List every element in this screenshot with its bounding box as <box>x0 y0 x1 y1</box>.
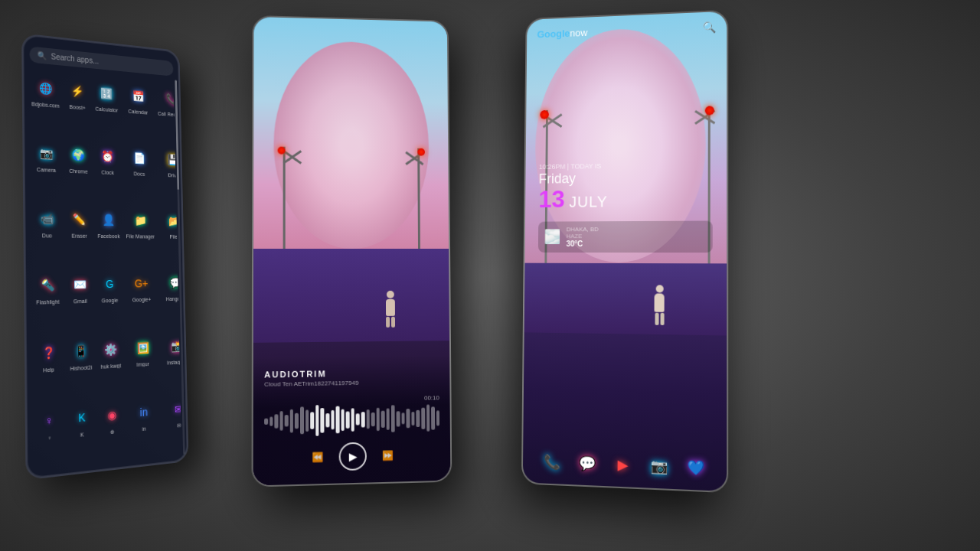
app-item-clock[interactable]: ⏰ Clock <box>94 141 121 202</box>
app-item-[interactable]: ♀ ♀ <box>33 403 66 471</box>
wave-bar <box>295 412 299 429</box>
weather-icon: 🌫️ <box>544 229 560 246</box>
app-label: K <box>70 431 94 439</box>
wave-bar <box>401 412 405 424</box>
app-item-[interactable]: ◉ ⊕ <box>98 398 126 464</box>
dock-messages[interactable]: 💬 <box>573 449 601 478</box>
app-icon: ◉ <box>100 402 123 429</box>
wave-bar <box>310 412 314 429</box>
wave-bar <box>436 410 440 425</box>
weather-condition: HAZE <box>567 233 599 240</box>
wave-bar <box>376 407 380 430</box>
app-item-filemanager[interactable]: 📁 File Manager <box>124 205 157 266</box>
dock-messenger[interactable]: 💙 <box>681 453 710 483</box>
app-label: Google+ <box>127 297 156 304</box>
wave-bar <box>331 410 335 430</box>
app-label: Clock <box>96 169 119 176</box>
app-item-eraser[interactable]: ✏️ Eraser <box>65 204 93 266</box>
app-item-gmail[interactable]: ✉️ Gmail <box>66 269 94 333</box>
rewind-button[interactable]: ⏪ <box>312 452 323 463</box>
wave-bar <box>421 407 425 429</box>
app-label: ♀ <box>35 433 64 442</box>
wave-bar <box>300 406 304 434</box>
wave-bar <box>351 408 354 432</box>
app-label: in <box>129 425 158 433</box>
app-icon: 🌐 <box>33 75 57 102</box>
app-item-docs[interactable]: 📄 Docs <box>123 142 155 203</box>
app-label: Duo <box>33 233 61 239</box>
app-label: huk kwgt <box>99 363 122 370</box>
app-icon: 📞 <box>161 86 181 111</box>
app-icon: ⚡ <box>65 78 89 104</box>
apps-grid: 🌐 Bdjobs.com ⚡ Boost+ 🔢 Calculator 📅 Cal… <box>30 72 182 471</box>
app-item-k[interactable]: K K <box>68 400 96 467</box>
app-icon: 🔢 <box>95 80 119 106</box>
wave-bar <box>381 410 385 427</box>
clock-month: JULY <box>569 193 607 210</box>
app-item-duo[interactable]: 📹 Duo <box>31 203 63 266</box>
app-item-facebook[interactable]: 👤 Facebook <box>95 204 122 266</box>
app-icon: K <box>70 404 94 432</box>
app-item-hangouts[interactable]: 💬 Hangouts <box>159 269 181 329</box>
app-icon: ✉️ <box>67 272 92 298</box>
wave-bar <box>397 411 400 426</box>
app-label: Hangouts <box>162 296 181 302</box>
app-icon: ✉ <box>168 396 182 422</box>
wave-bar <box>371 412 375 425</box>
app-label: Help <box>34 366 63 373</box>
app-item-help[interactable]: ❓ Help <box>32 336 64 403</box>
app-item-imgur[interactable]: 🖼️ Imgur <box>126 331 159 395</box>
app-label: Instagram <box>163 358 182 366</box>
forward-button[interactable]: ⏩ <box>382 450 394 461</box>
clock-time-label: 10:26PM | TODAY IS <box>539 161 713 171</box>
app-icon: 👤 <box>96 207 120 232</box>
app-item-calendar[interactable]: 📅 Calendar <box>122 80 154 142</box>
app-search-bar[interactable]: 🔍 Search apps... <box>29 46 173 76</box>
app-item-calculator[interactable]: 🔢 Calculator <box>93 77 120 139</box>
app-label: Gmail <box>68 298 93 305</box>
weather-info: DHAKA, BD HAZE 30°C <box>567 226 599 248</box>
app-label: Boost+ <box>66 104 90 112</box>
music-subtitle: Cloud Ten AETrim1822741197949 <box>264 378 439 388</box>
music-controls: ⏪ ▶ ⏩ <box>264 441 439 473</box>
app-item-flashlight[interactable]: 🔦 Flashlight <box>31 269 64 334</box>
app-icon: 📸 <box>166 334 182 359</box>
app-item-instagram[interactable]: 📸 Instagram <box>161 330 181 392</box>
dock-camera[interactable]: 📷 <box>645 452 673 481</box>
app-label: Chrome <box>67 168 90 175</box>
music-time: 00:10 <box>264 394 439 404</box>
wave-bar <box>315 405 319 436</box>
app-icon: ⚙️ <box>99 336 122 362</box>
app-item-hukkwgt[interactable]: ⚙️ huk kwgt <box>97 333 125 397</box>
app-icon: G+ <box>130 272 153 296</box>
wave-bar <box>411 411 415 425</box>
app-item-google[interactable]: G+ Google+ <box>126 269 158 330</box>
app-label: Google <box>98 298 122 305</box>
app-label: Call Recorder <box>158 111 181 119</box>
clock-date-number: 13 <box>538 187 564 211</box>
app-item-boost[interactable]: ⚡ Boost+ <box>64 75 91 138</box>
app-icon: ♀ <box>37 406 62 435</box>
dock-phone[interactable]: 📞 <box>539 448 566 477</box>
search-button[interactable]: 🔍 <box>703 21 716 34</box>
app-icon: ❓ <box>36 339 61 366</box>
wave-bar <box>305 409 309 432</box>
google-text: Google <box>537 28 570 40</box>
app-item-camera[interactable]: 📷 Camera <box>31 137 63 201</box>
app-icon: 🔦 <box>35 272 60 298</box>
app-item-in[interactable]: in in <box>128 396 161 461</box>
app-item-[interactable]: ✉ ✉ <box>162 393 182 456</box>
wave-bar <box>264 418 268 424</box>
app-item-google[interactable]: G Google <box>96 269 124 331</box>
dock-youtube[interactable]: ▶ <box>609 451 637 480</box>
waveform <box>264 404 439 435</box>
wave-bar <box>431 406 435 429</box>
play-button[interactable]: ▶ <box>339 442 367 471</box>
wave-bar <box>416 409 420 426</box>
app-item-bdjobscom[interactable]: 🌐 Bdjobs.com <box>30 72 62 136</box>
app-icon: in <box>132 399 155 425</box>
app-item-hishoot2i[interactable]: 📱 Hishoot2i <box>67 334 96 399</box>
wave-bar <box>426 405 430 432</box>
app-item-chrome[interactable]: 🌍 Chrome <box>64 139 92 202</box>
clock-day: Friday <box>539 170 713 187</box>
